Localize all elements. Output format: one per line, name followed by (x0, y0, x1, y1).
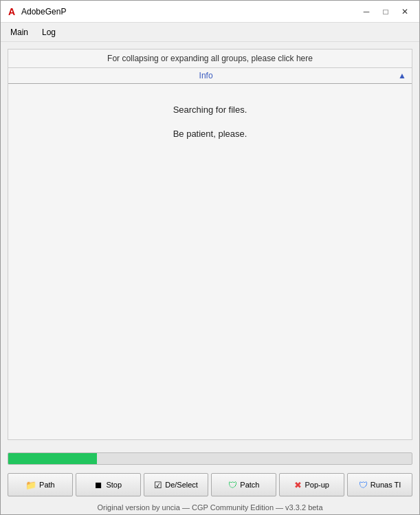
menu-item-log[interactable]: Log (35, 25, 63, 40)
window-title: AdobeGenP (21, 7, 357, 17)
deselect-label: De/Select (165, 481, 198, 489)
deselect-icon: ☑ (154, 480, 162, 490)
patch-button[interactable]: 🛡 Patch (211, 473, 276, 496)
path-label: Path (39, 481, 55, 489)
popup-label: Pop-up (305, 481, 329, 489)
info-body: Searching for files. Be patient, please. (8, 84, 412, 439)
stop-label: Stop (106, 481, 122, 489)
info-section-header[interactable]: Info ▲ (8, 68, 412, 84)
collapse-expand-bar[interactable]: For collapsing or expanding all groups, … (8, 50, 412, 68)
popup-icon: ✖ (294, 480, 302, 490)
main-window: A AdobeGenP ─ □ ✕ Main Log For collapsin… (0, 0, 420, 515)
footer: Original version by uncia — CGP Communit… (1, 501, 419, 514)
patch-icon: 🛡 (228, 480, 237, 490)
minimize-button[interactable]: ─ (357, 4, 375, 19)
runas-button[interactable]: 🛡 Runas TI (347, 473, 412, 496)
bottom-bar: 📁 Path ⏹ Stop ☑ De/Select 🛡 Patch ✖ Pop-… (1, 470, 419, 501)
footer-text: Original version by uncia — CGP Communit… (97, 503, 322, 512)
runas-icon: 🛡 (359, 480, 368, 490)
app-icon: A (6, 6, 17, 17)
progress-bar-container (8, 452, 412, 465)
title-bar: A AdobeGenP ─ □ ✕ (1, 1, 419, 23)
info-line-2: Be patient, please. (173, 129, 247, 139)
stop-button[interactable]: ⏹ Stop (76, 473, 141, 496)
info-panel: For collapsing or expanding all groups, … (8, 49, 412, 440)
info-section-title: Info (14, 71, 398, 80)
menu-bar: Main Log (1, 23, 419, 42)
close-button[interactable]: ✕ (396, 4, 414, 19)
progress-bar-fill (8, 453, 97, 464)
collapse-expand-text: For collapsing or expanding all groups, … (107, 54, 313, 63)
deselect-button[interactable]: ☑ De/Select (144, 473, 209, 496)
runas-label: Runas TI (371, 481, 401, 489)
content-area: For collapsing or expanding all groups, … (1, 42, 419, 447)
collapse-arrow-icon[interactable]: ▲ (398, 71, 406, 80)
menu-item-main[interactable]: Main (3, 25, 35, 40)
path-icon: 📁 (25, 480, 36, 490)
window-controls: ─ □ ✕ (357, 4, 414, 19)
patch-label: Patch (240, 481, 259, 489)
info-line-1: Searching for files. (173, 105, 247, 115)
stop-icon: ⏹ (94, 480, 103, 490)
popup-button[interactable]: ✖ Pop-up (279, 473, 344, 496)
path-button[interactable]: 📁 Path (8, 473, 73, 496)
maximize-button[interactable]: □ (377, 4, 395, 19)
